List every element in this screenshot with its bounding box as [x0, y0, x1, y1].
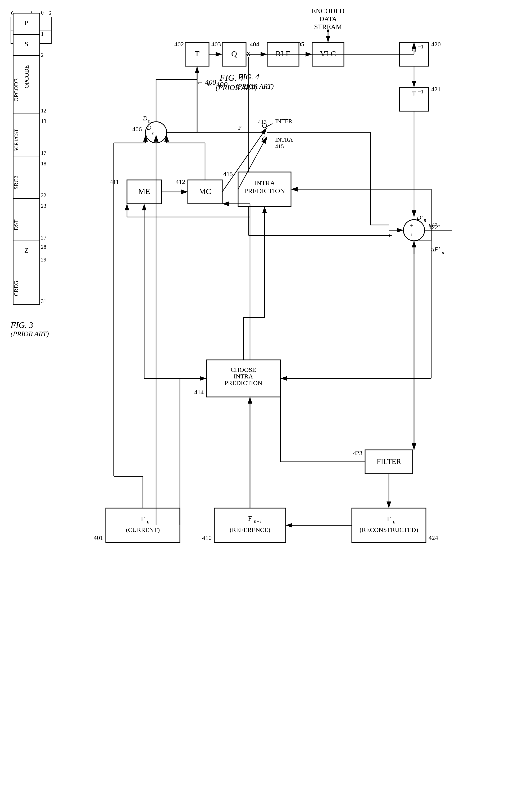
svg-text:S: S [25, 40, 28, 48]
svg-text:−1: −1 [418, 89, 423, 94]
svg-text:22: 22 [41, 192, 46, 198]
svg-text:FILTER: FILTER [377, 457, 401, 466]
svg-text:PREDICTION: PREDICTION [244, 187, 285, 195]
svg-text:OPCODE: OPCODE [13, 78, 19, 101]
svg-text:F: F [141, 515, 145, 523]
svg-text:D: D [147, 124, 151, 131]
svg-text:415: 415 [275, 143, 284, 150]
svg-text:n: n [147, 519, 150, 525]
svg-text:13: 13 [41, 118, 46, 124]
svg-text:MC: MC [199, 187, 211, 195]
svg-text:uF'ₙ: uF'ₙ [429, 222, 440, 228]
svg-text:P: P [25, 19, 28, 27]
svg-text:+: + [410, 222, 413, 229]
fig3-title: FIG. 3 (PRIOR ART) [11, 320, 49, 338]
svg-text:2: 2 [41, 52, 44, 58]
svg-text:CHOOSE: CHOOSE [231, 366, 256, 373]
svg-text:DST: DST [13, 220, 19, 230]
svg-text:uF': uF' [431, 246, 440, 253]
svg-text:410: 410 [202, 534, 212, 541]
svg-text:n: n [152, 130, 154, 135]
svg-text:27: 27 [41, 235, 46, 241]
svg-text:415: 415 [223, 170, 233, 177]
svg-text:T: T [195, 49, 200, 58]
svg-text:Q: Q [231, 49, 237, 58]
svg-text:420: 420 [431, 41, 441, 48]
svg-text:SCR1/CST: SCR1/CST [14, 129, 19, 152]
fig3-svg: P S 0 1 2 OPCODE OPCODE 12 13 SCR1/CST 1… [8, 8, 61, 325]
svg-text:OPCODE: OPCODE [23, 65, 30, 88]
svg-text:404: 404 [250, 41, 259, 48]
svg-text:INTRA: INTRA [254, 179, 275, 187]
svg-text:29: 29 [41, 257, 46, 263]
svg-text:RLE: RLE [276, 49, 291, 58]
svg-text:(REFERENCE): (REFERENCE) [230, 526, 270, 533]
svg-marker-62 [389, 234, 392, 237]
svg-text:n: n [424, 218, 426, 223]
fig4-title: FIG. 4 [220, 73, 244, 83]
svg-text:VLC: VLC [320, 49, 336, 58]
svg-text:F: F [387, 515, 391, 523]
svg-text:+: + [410, 231, 413, 238]
svg-text:n: n [148, 118, 151, 124]
svg-text:18: 18 [41, 161, 46, 167]
svg-text:0: 0 [41, 10, 44, 16]
svg-text:CREG: CREG [13, 281, 19, 296]
svg-text:INTRA: INTRA [233, 373, 253, 380]
svg-text:31: 31 [41, 298, 46, 304]
svg-text:406: 406 [132, 126, 142, 133]
svg-rect-147 [106, 508, 180, 543]
svg-text:403: 403 [211, 41, 221, 48]
svg-text:+: + [151, 140, 154, 146]
svg-text:n: n [442, 250, 444, 255]
svg-text:DATA: DATA [319, 15, 337, 23]
svg-text:INTRA: INTRA [275, 136, 293, 143]
svg-text:P: P [238, 124, 242, 131]
svg-point-97 [403, 220, 424, 241]
svg-text:T: T [412, 90, 416, 98]
svg-text:411: 411 [110, 178, 119, 185]
svg-text:D: D [142, 115, 147, 122]
svg-text:SRC2: SRC2 [13, 176, 19, 190]
svg-text:1: 1 [41, 31, 44, 37]
svg-text:n: n [393, 519, 396, 525]
svg-rect-132 [352, 508, 426, 543]
svg-text:PREDICTION: PREDICTION [225, 379, 262, 387]
svg-text:ME: ME [138, 187, 150, 195]
svg-rect-138 [214, 508, 286, 543]
svg-text:423: 423 [353, 450, 362, 456]
svg-text:412: 412 [176, 178, 185, 185]
fig4-arrow-label: ← 400 [196, 78, 216, 87]
svg-text:402: 402 [174, 41, 184, 48]
fig4-subtitle: (PRIOR ART) [215, 83, 257, 92]
fig4-diagram: ← 400 FIG. 4 (PRIOR ART) ENCODED DATA ST… [74, 0, 524, 791]
svg-text:28: 28 [41, 244, 46, 250]
fig4-svg: ← 400 FIG. 4 (PRIOR ART) ENCODED DATA ST… [74, 0, 524, 791]
svg-text:413: 413 [258, 118, 267, 125]
svg-text:23: 23 [41, 203, 46, 209]
svg-text:17: 17 [41, 150, 46, 156]
svg-text:(CURRENT): (CURRENT) [126, 526, 160, 533]
svg-text:401: 401 [94, 534, 103, 541]
svg-text:421: 421 [431, 86, 441, 93]
svg-text:n−1: n−1 [254, 519, 262, 524]
svg-text:F: F [248, 515, 252, 522]
svg-text:12: 12 [41, 108, 46, 114]
svg-text:414: 414 [194, 389, 204, 396]
svg-text:ENCODED: ENCODED [312, 7, 344, 15]
svg-text:−1: −1 [418, 44, 423, 50]
svg-text:(RECONSTRUCTED): (RECONSTRUCTED) [360, 526, 418, 533]
svg-text:424: 424 [429, 534, 438, 541]
svg-text:Z: Z [24, 247, 28, 254]
svg-text:D': D' [416, 214, 423, 221]
svg-text:INTER: INTER [275, 118, 292, 125]
